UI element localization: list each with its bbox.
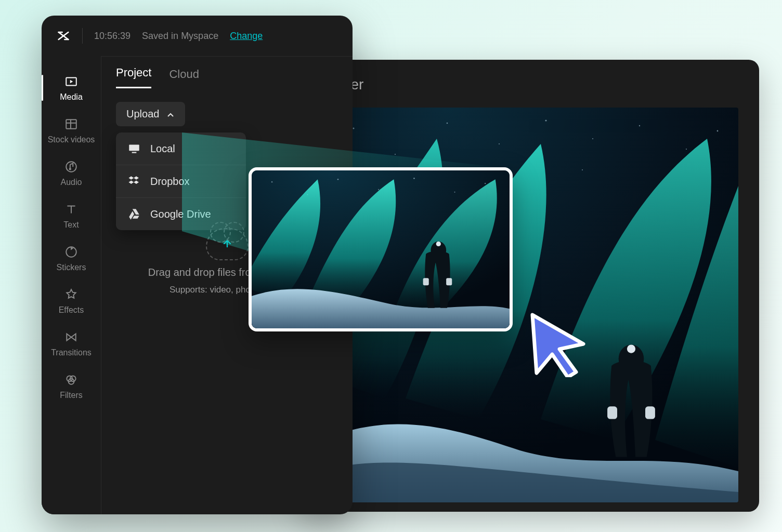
svg-point-9 (717, 130, 719, 132)
change-link[interactable]: Change (230, 31, 263, 42)
svg-point-29 (271, 181, 272, 182)
sidebar-item-label: Stock videos (48, 135, 95, 144)
svg-point-32 (378, 189, 379, 190)
svg-rect-15 (607, 406, 617, 419)
sidebar-item-effects[interactable]: Effects (42, 280, 101, 322)
svg-point-7 (639, 125, 640, 126)
drag-thumbnail[interactable] (249, 167, 513, 331)
monitor-icon (127, 142, 141, 155)
svg-rect-18 (66, 119, 76, 128)
svg-point-14 (627, 345, 635, 353)
svg-rect-26 (132, 152, 137, 153)
svg-point-1 (353, 128, 355, 129)
sidebar-item-label: Transitions (51, 348, 92, 357)
sidebar-item-label: Audio (61, 178, 82, 187)
svg-point-3 (447, 123, 448, 124)
sidebar-item-label: Stickers (57, 263, 86, 272)
svg-point-35 (485, 183, 486, 184)
effects-icon (63, 287, 79, 302)
svg-point-33 (413, 178, 415, 179)
svg-point-12 (582, 169, 583, 170)
media-icon (63, 74, 79, 89)
sidebar: Media Stock videos Audio Text (42, 56, 101, 514)
upload-menu-label: Google Drive (150, 208, 211, 220)
upload-button-label: Upload (126, 108, 159, 120)
svg-point-34 (454, 192, 455, 193)
svg-rect-38 (423, 278, 429, 285)
upload-menu-label: Local (150, 143, 175, 155)
titlebar-divider (82, 28, 83, 44)
svg-point-31 (337, 179, 339, 180)
upload-menu-item-local[interactable]: Local (116, 132, 246, 165)
svg-rect-16 (645, 406, 655, 419)
sidebar-item-label: Effects (59, 305, 84, 315)
audio-icon (63, 159, 79, 175)
sidebar-item-transitions[interactable]: Transitions (42, 322, 101, 365)
save-status: Saved in Myspace (142, 31, 218, 42)
player-title: Player (322, 76, 738, 93)
svg-point-37 (436, 242, 441, 246)
svg-point-4 (499, 143, 500, 144)
svg-point-2 (395, 154, 396, 155)
transitions-icon (63, 329, 79, 345)
svg-point-20 (69, 168, 71, 170)
tab-project[interactable]: Project (116, 66, 151, 88)
upload-menu-item-dropbox[interactable]: Dropbox (116, 165, 246, 197)
sidebar-item-label: Media (60, 92, 83, 102)
app-logo-icon (56, 29, 71, 43)
svg-point-5 (545, 119, 546, 121)
titlebar: 10:56:39 Saved in Myspace Change (42, 16, 353, 56)
google-drive-icon (127, 207, 141, 221)
tab-cloud[interactable]: Cloud (169, 68, 199, 88)
text-icon (63, 202, 79, 217)
upload-button[interactable]: Upload (116, 102, 185, 126)
svg-rect-39 (446, 278, 452, 285)
svg-point-19 (66, 162, 76, 172)
sidebar-item-label: Filters (60, 391, 83, 400)
dropbox-icon (127, 175, 141, 188)
chevron-up-icon (166, 110, 175, 118)
sidebar-item-text[interactable]: Text (42, 194, 101, 237)
sidebar-item-audio[interactable]: Audio (42, 152, 101, 194)
upload-menu-label: Dropbox (150, 176, 190, 188)
sidebar-item-media[interactable]: Media (42, 66, 101, 109)
media-tabs: Project Cloud (116, 66, 338, 88)
svg-point-6 (592, 138, 593, 139)
upload-menu: Local Dropbox Google Drive (116, 132, 246, 230)
svg-rect-25 (129, 144, 139, 151)
sidebar-item-stock-videos[interactable]: Stock videos (42, 109, 101, 152)
sidebar-item-label: Text (63, 220, 79, 230)
sidebar-item-filters[interactable]: Filters (42, 365, 101, 407)
stickers-icon (63, 244, 79, 260)
upload-menu-item-gdrive[interactable]: Google Drive (116, 197, 246, 230)
cloud-upload-icon (206, 228, 249, 260)
stock-videos-icon (63, 116, 79, 132)
save-timestamp: 10:56:39 (94, 31, 131, 42)
sidebar-item-stickers[interactable]: Stickers (42, 237, 101, 280)
filters-icon (63, 372, 79, 388)
svg-point-8 (686, 149, 687, 150)
